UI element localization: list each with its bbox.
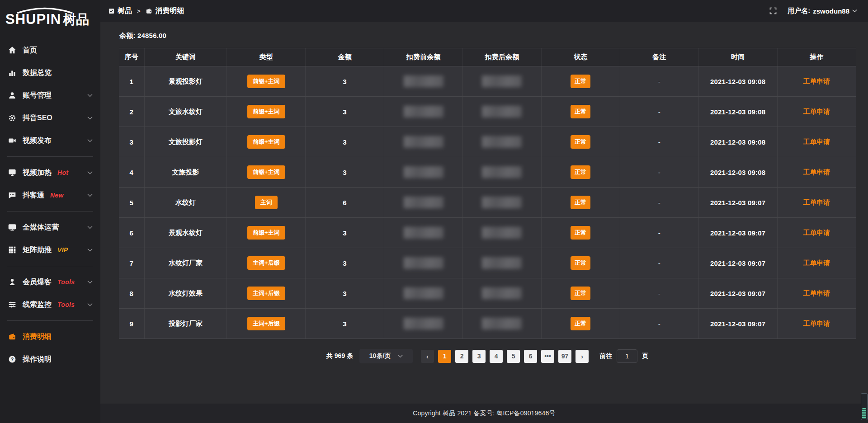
work-order-link[interactable]: 工单申请	[803, 108, 830, 115]
app-window-icon	[108, 8, 114, 14]
cell-action: 工单申请	[777, 66, 856, 97]
redacted-value	[404, 106, 443, 118]
page-button-1[interactable]: 1	[438, 350, 451, 363]
cell-amount: 3	[306, 218, 384, 248]
user-menu[interactable]: 用户名: zswodun88	[788, 7, 857, 15]
type-badge: 前缀+主词	[247, 165, 285, 179]
work-order-link[interactable]: 工单申请	[803, 168, 830, 176]
page-button-2[interactable]: 2	[455, 350, 468, 363]
redacted-value	[482, 287, 522, 299]
sidebar-item-badge: New	[50, 192, 64, 199]
status-badge: 正常	[571, 165, 590, 179]
scrollbar-handle[interactable]	[862, 408, 866, 419]
sidebar-item-help[interactable]: ?操作说明	[0, 348, 100, 371]
work-order-link[interactable]: 工单申请	[803, 198, 830, 206]
cell-remark: -	[620, 309, 698, 339]
redacted-value	[404, 166, 443, 178]
balance-line: 余额: 24856.00	[119, 32, 856, 40]
cell-action: 工单申请	[777, 248, 856, 278]
cell-type: 主词+后缀	[227, 248, 306, 278]
cell-balance-after	[463, 66, 542, 97]
cell-type: 前缀+主词	[227, 127, 306, 157]
work-order-link[interactable]: 工单申请	[803, 138, 830, 146]
chevron-down-icon	[87, 193, 93, 197]
content-area: 余额: 24856.00 序号关键词类型金额扣费前余额扣费后余额状态备注时间操作…	[100, 22, 868, 404]
sidebar-item-matrix-boost[interactable]: 矩阵助推VIP	[0, 239, 100, 261]
sidebar-item-douyin-seo[interactable]: 抖音SEO	[0, 107, 100, 129]
page-size-select[interactable]: 10条/页	[359, 349, 413, 363]
sidebar-item-label: 抖客通	[23, 191, 44, 200]
logo-text-latin: SHUPIN	[5, 11, 61, 27]
cell-type: 前缀+主词	[227, 66, 306, 97]
status-badge: 正常	[571, 135, 590, 149]
sidebar-divider	[7, 266, 93, 266]
redacted-value	[482, 318, 522, 329]
chevron-down-icon	[398, 354, 403, 358]
sidebar-item-label: 数据总览	[23, 68, 52, 78]
cell-remark: -	[620, 218, 698, 248]
cell-index: 1	[119, 66, 144, 97]
work-order-link[interactable]: 工单申请	[803, 77, 830, 85]
work-order-link[interactable]: 工单申请	[803, 320, 830, 327]
table-row: 3文旅投影灯前缀+主词3正常-2021-12-03 09:08工单申请	[119, 127, 856, 157]
sidebar-item-label: 操作说明	[23, 355, 52, 364]
page-button-4[interactable]: 4	[490, 350, 503, 363]
goto-page-input[interactable]	[617, 349, 637, 363]
cell-status: 正常	[541, 218, 620, 248]
work-order-link[interactable]: 工单申请	[803, 229, 830, 236]
cell-action: 工单申请	[777, 218, 856, 248]
sidebar-item-all-media[interactable]: 全媒体运营	[0, 216, 100, 239]
breadcrumb-current: 消费明细	[156, 6, 184, 16]
page-button-6[interactable]: 6	[524, 350, 537, 363]
sidebar-item-member-baoke[interactable]: 会员爆客Tools	[0, 271, 100, 293]
cell-amount: 3	[306, 248, 384, 278]
work-order-link[interactable]: 工单申请	[803, 259, 830, 267]
status-badge: 正常	[571, 196, 590, 209]
cell-time: 2021-12-03 09:08	[698, 157, 777, 188]
cell-keyword: 水纹灯厂家	[144, 248, 227, 278]
cell-index: 2	[119, 97, 144, 127]
goto-page: 前往 页	[599, 349, 648, 363]
redacted-value	[404, 257, 443, 269]
cell-time: 2021-12-03 09:08	[698, 97, 777, 127]
sidebar-item-home[interactable]: 首页	[0, 39, 100, 61]
cell-keyword: 景观水纹灯	[144, 218, 227, 248]
redacted-value	[404, 197, 443, 208]
cell-action: 工单申请	[777, 127, 856, 157]
balance-label: 余额:	[119, 32, 136, 39]
balance-value: 24856.00	[137, 32, 166, 39]
page-ellipsis-button[interactable]: •••	[541, 350, 554, 363]
breadcrumb-root[interactable]: 树品	[118, 6, 132, 16]
page-button-5[interactable]: 5	[507, 350, 520, 363]
work-order-link[interactable]: 工单申请	[803, 289, 830, 297]
sidebar-item-video-publish[interactable]: 视频发布	[0, 129, 100, 152]
goto-label: 前往	[599, 352, 612, 360]
prev-page-button[interactable]: ‹	[421, 350, 434, 363]
scrollbar-widget[interactable]	[861, 393, 868, 420]
svg-text:?: ?	[11, 357, 14, 362]
sidebar-item-consumption-detail[interactable]: 消费明细	[0, 325, 100, 348]
cell-status: 正常	[541, 97, 620, 127]
fullscreen-icon[interactable]	[769, 7, 777, 14]
column-header: 状态	[541, 48, 620, 66]
user-label: 用户名:	[788, 7, 810, 15]
sidebar-item-label: 账号管理	[23, 91, 52, 100]
sidebar-item-label: 会员爆客	[23, 277, 52, 287]
sidebar-item-douketong[interactable]: 抖客通New	[0, 184, 100, 207]
sidebar-item-clue-monitor[interactable]: 线索监控Tools	[0, 293, 100, 316]
sidebar-item-account-manage[interactable]: 账号管理	[0, 84, 100, 107]
cell-type: 主词+后缀	[227, 278, 306, 309]
column-header: 类型	[227, 48, 306, 66]
cell-remark: -	[620, 157, 698, 188]
cell-index: 6	[119, 218, 144, 248]
page-button-3[interactable]: 3	[472, 350, 486, 363]
chevron-down-icon	[87, 139, 93, 142]
cell-status: 正常	[541, 127, 620, 157]
page-button-97[interactable]: 97	[558, 350, 571, 363]
bar-chart-icon	[8, 68, 17, 77]
sidebar-item-data-overview[interactable]: 数据总览	[0, 61, 100, 84]
cell-keyword: 景观投影灯	[144, 66, 227, 97]
next-page-button[interactable]: ›	[576, 350, 589, 363]
sidebar-item-video-heat[interactable]: 视频加热Hot	[0, 161, 100, 184]
cell-remark: -	[620, 66, 698, 97]
